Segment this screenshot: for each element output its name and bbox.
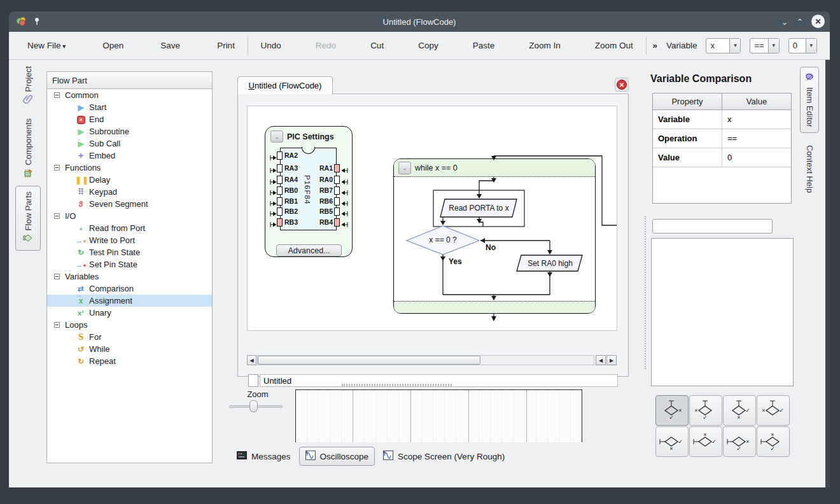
cut-button[interactable]: Cut — [364, 37, 390, 54]
right-tab-item-editor[interactable]: Item Editor — [800, 67, 819, 133]
collapse-expander-icon[interactable] — [54, 213, 60, 219]
tree-item-end[interactable]: ✕End — [47, 113, 212, 125]
tree-item-start[interactable]: ▶Start — [47, 101, 212, 113]
zoom-out-button[interactable]: Zoom Out — [589, 37, 640, 54]
variant-button-6[interactable]: ✓× — [689, 426, 722, 457]
tab-close-button[interactable]: ✕ — [615, 78, 629, 92]
tree-item-repeat[interactable]: ↻Repeat — [47, 355, 212, 367]
doc-name-checkbox[interactable] — [248, 374, 258, 387]
pin-box-rb6[interactable] — [334, 197, 340, 206]
redo-button[interactable]: Redo — [309, 37, 342, 54]
hscroll-left2-button[interactable]: ◀ — [596, 355, 606, 365]
bottom-tab-scope-screen-very-rough[interactable]: Scope Screen (Very Rough) — [377, 447, 510, 465]
tree-item-loops[interactable]: Loops — [47, 319, 212, 331]
tree-item-seven-segment[interactable]: 8Seven Segment — [47, 198, 212, 210]
variant-button-8[interactable]: ✓× — [757, 426, 790, 457]
advanced-button[interactable]: Advanced... — [276, 244, 342, 256]
table-cell[interactable]: Operation — [653, 129, 722, 148]
maximize-button[interactable]: ⌃ — [793, 15, 807, 29]
pin-box-rb3[interactable] — [277, 218, 283, 227]
open-button[interactable]: Open — [96, 37, 130, 54]
variant-button-3[interactable]: ✓× — [723, 395, 756, 426]
right-splitter-handle[interactable] — [645, 216, 647, 369]
pin-box-ra0[interactable] — [334, 176, 340, 184]
pin-box-rb4[interactable] — [334, 218, 340, 227]
decision-node-label[interactable]: x == 0 ? — [407, 235, 479, 244]
tree-item-comparison[interactable]: ⇄Comparison — [47, 283, 212, 295]
pin-box-ra3[interactable] — [277, 164, 283, 172]
tree-item-delay[interactable]: ❚❚Delay — [47, 174, 212, 186]
save-button[interactable]: Save — [154, 37, 186, 54]
hscroll-right-button[interactable]: ▶ — [606, 355, 617, 365]
pin-box-ra2[interactable] — [277, 151, 283, 160]
variant-button-5[interactable]: ✓× — [655, 426, 689, 457]
pin-box-rb5[interactable] — [334, 207, 340, 216]
new-file-button[interactable]: New File ▾ — [21, 37, 72, 54]
chevron-down-icon[interactable]: ▼ — [729, 39, 740, 53]
tree-item-keypad[interactable]: ⠿Keypad — [47, 186, 212, 198]
tree-item-write-to-port[interactable]: →●Write to Port — [47, 234, 212, 246]
tree-item-assignment[interactable]: →xAssignment — [47, 295, 212, 307]
undo-button[interactable]: Undo — [255, 37, 288, 54]
tree-item-while[interactable]: ↺While — [47, 343, 212, 355]
flowchart-canvas[interactable]: ⌄ PIC Settings P16F84 RA2RA3RA4RB0RB1RB2… — [247, 106, 617, 331]
table-cell[interactable]: == — [722, 129, 791, 148]
set-ra0-node[interactable]: Set RA0 high — [519, 255, 581, 271]
sidebar-tab-project[interactable]: Project — [15, 66, 41, 106]
print-button[interactable]: Print — [211, 37, 241, 54]
tree-item-subroutine[interactable]: ▶Subroutine — [47, 125, 212, 137]
copy-button[interactable]: Copy — [412, 37, 445, 54]
table-row[interactable]: Variablex — [653, 110, 791, 129]
table-row[interactable]: Operation== — [653, 129, 791, 148]
variable-combo-0[interactable]: x▼ — [706, 38, 741, 53]
sidebar-tab-flow-parts[interactable]: Flow Parts — [15, 186, 41, 251]
scope-splitter-handle[interactable] — [342, 384, 452, 386]
read-port-node[interactable]: Read PORTA to x — [443, 199, 515, 217]
bottom-tab-messages[interactable]: Messages — [231, 448, 297, 465]
variable-combo-1[interactable]: ==▼ — [750, 38, 779, 53]
pin-box-rb0[interactable] — [277, 186, 283, 195]
tree-item-test-pin-state[interactable]: ↻Test Pin State — [47, 246, 212, 258]
table-header-property[interactable]: Property — [653, 94, 722, 109]
pic-settings-component[interactable]: ⌄ PIC Settings P16F84 RA2RA3RA4RB0RB1RB2… — [265, 126, 353, 257]
minimize-button[interactable]: ⌄ — [778, 15, 792, 29]
bottom-tab-oscilloscope[interactable]: Oscilloscope — [299, 447, 375, 466]
sidebar-tab-components[interactable]: Components — [15, 118, 41, 180]
table-cell[interactable]: Value — [653, 148, 722, 167]
collapse-expander-icon[interactable] — [54, 322, 60, 328]
paste-button[interactable]: Paste — [466, 37, 501, 54]
tree-item-set-pin-state[interactable]: →●Set Pin State — [47, 258, 212, 270]
hscroll-thumb[interactable] — [258, 356, 480, 365]
table-header-value[interactable]: Value — [722, 94, 791, 109]
variant-button-1[interactable]: ✓× — [655, 395, 689, 426]
document-tab[interactable]: Untitled (FlowCode) — [237, 76, 333, 94]
chevron-down-icon[interactable]: ▼ — [806, 39, 816, 53]
loop-collapse-button[interactable]: ⌄ — [398, 162, 411, 174]
titlebar[interactable]: Untitled (FlowCode) ⌄ ⌃ ✕ — [9, 11, 830, 32]
close-button[interactable]: ✕ — [811, 15, 825, 28]
item-editor-input[interactable] — [652, 219, 773, 234]
tree-item-variables[interactable]: Variables — [47, 270, 212, 283]
variant-button-2[interactable]: ✓× — [689, 395, 722, 426]
tree-item-unary[interactable]: x¹Unary — [47, 307, 212, 319]
tree-item-embed[interactable]: ✦Embed — [47, 150, 212, 162]
table-cell[interactable]: 0 — [722, 148, 791, 167]
collapse-expander-icon[interactable] — [54, 165, 60, 171]
pin-box-rb7[interactable] — [334, 186, 340, 195]
tree-item-i-o[interactable]: I/O — [47, 210, 212, 222]
pin-box-ra4[interactable] — [277, 176, 283, 184]
variant-button-7[interactable]: ✓× — [723, 426, 756, 457]
right-tab-context-help[interactable]: Context Help — [800, 145, 819, 193]
table-cell[interactable]: Variable — [653, 110, 722, 129]
pin-box-rb2[interactable] — [277, 207, 283, 216]
zoom-slider-thumb[interactable] — [249, 400, 258, 412]
collapse-expander-icon[interactable] — [54, 92, 60, 98]
table-cell[interactable]: x — [722, 110, 791, 129]
variant-button-4[interactable]: ✓× — [757, 395, 790, 426]
zoom-in-button[interactable]: Zoom In — [522, 37, 567, 54]
tree-item-common[interactable]: Common — [47, 89, 212, 101]
item-editor-listbox[interactable] — [651, 238, 794, 386]
tree-item-functions[interactable]: Functions — [47, 162, 212, 174]
hscroll-left-button[interactable]: ◀ — [247, 355, 256, 365]
pic-collapse-button[interactable]: ⌄ — [270, 130, 283, 143]
